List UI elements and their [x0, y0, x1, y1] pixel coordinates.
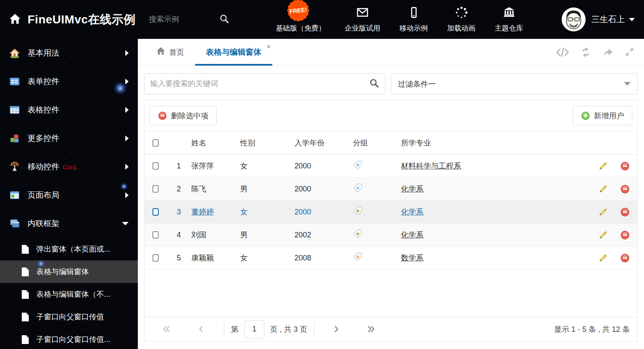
chevron-right-icon — [125, 79, 129, 84]
free-badge: FREE! — [286, 0, 311, 23]
chevron-right-icon — [125, 50, 129, 56]
cell-dept-link[interactable]: 数学系 — [401, 253, 593, 263]
edit-button[interactable] — [598, 207, 608, 217]
prev-page-button[interactable] — [197, 325, 205, 334]
row-checkbox[interactable] — [152, 231, 159, 239]
cell-gender: 女 — [240, 161, 294, 171]
header-search — [149, 14, 229, 25]
delete-button[interactable] — [620, 253, 630, 263]
next-page-button[interactable] — [332, 325, 341, 334]
user-menu[interactable]: 三生石上 — [562, 8, 635, 31]
refresh-icon[interactable] — [580, 47, 591, 58]
share-icon[interactable] — [602, 47, 614, 58]
header-search-input[interactable] — [149, 15, 208, 24]
cell-year: 2002 — [294, 231, 353, 239]
table-row[interactable]: 5 康颖颖 女 2008 数学系 — [145, 247, 637, 270]
app-header: FineUIMvc在线示例 FREE! 基础版（免费） 企业版试用 移动示例 — [0, 0, 644, 39]
sidebar-subitem-child-to-parent[interactable]: 子窗口向父窗口传值 — [0, 306, 138, 328]
envelope-icon — [356, 6, 369, 20]
sidebar-item-page-layout[interactable]: 页面布局 — [0, 181, 138, 209]
file-icon — [21, 245, 30, 254]
house-icon — [9, 48, 20, 59]
table-row[interactable]: 2 陈飞 男 2000 化学系 — [145, 178, 637, 201]
cell-dept-link[interactable]: 化学系 — [401, 207, 593, 217]
sidebar-subitem-grid-edit-window-2[interactable]: 表格与编辑窗体（不... — [0, 283, 138, 306]
nav-theme-repo[interactable]: 主题仓库 — [495, 6, 523, 33]
cell-name: 康颖颖 — [191, 253, 240, 263]
sidebar-item-grid-controls[interactable]: 表格控件 — [0, 96, 138, 124]
home-icon[interactable] — [9, 13, 21, 26]
grid-panel: 删除选中项 新增用户 姓名 性别 入学年份 分组 所学专业 1 张萍萍 女 20… — [144, 100, 638, 341]
table-row[interactable]: 1 张萍萍 女 2000 材料科学与工程系 — [145, 155, 637, 178]
table-header-row: 姓名 性别 入学年份 分组 所学专业 — [145, 131, 637, 155]
layout-icon — [9, 190, 20, 201]
tag-icon — [353, 206, 401, 218]
column-header-major[interactable]: 所学专业 — [401, 138, 593, 148]
cell-gender: 男 — [240, 184, 294, 194]
nav-loading-animation[interactable]: 加载动画 — [447, 6, 476, 33]
keyword-search-box — [144, 73, 385, 94]
cell-name: 张萍萍 — [191, 161, 240, 171]
select-all-checkbox[interactable] — [152, 139, 159, 147]
row-checkbox[interactable] — [152, 208, 159, 216]
cell-dept-link[interactable]: 材料科学与工程系 — [401, 161, 593, 171]
delete-selected-button[interactable]: 删除选中项 — [150, 106, 217, 125]
edit-button[interactable] — [598, 253, 608, 263]
keyword-search-input[interactable] — [150, 79, 369, 88]
edit-button[interactable] — [598, 230, 608, 240]
column-header-name[interactable]: 姓名 — [191, 138, 240, 148]
close-icon[interactable]: × — [266, 43, 271, 50]
row-checkbox[interactable] — [152, 254, 159, 262]
delete-button[interactable] — [620, 161, 630, 171]
sidebar-subitem-popup-window[interactable]: 弹出窗体（本页面或... — [0, 238, 138, 260]
sidebar-subitem-child-to-parent-2[interactable]: 子窗口向父窗口传值... — [0, 328, 138, 349]
column-header-gender[interactable]: 性别 — [240, 138, 294, 148]
delete-button[interactable] — [620, 207, 630, 217]
page-number-input[interactable] — [244, 320, 264, 339]
file-icon — [21, 290, 30, 299]
tab-bar: 首页 表格与编辑窗体 × — [138, 39, 644, 66]
row-checkbox[interactable] — [152, 162, 159, 170]
nav-mobile-demo[interactable]: 移动示例 — [400, 6, 428, 33]
edit-button[interactable] — [598, 161, 608, 171]
sidebar-item-more-controls[interactable]: 更多控件 — [0, 124, 138, 153]
tab-home[interactable]: 首页 — [145, 39, 195, 65]
table-row[interactable]: 4 刘国 男 2002 化学系 — [145, 224, 637, 247]
column-header-group[interactable]: 分组 — [353, 138, 401, 148]
cell-name: 陈飞 — [191, 184, 240, 194]
sidebar-item-form-controls[interactable]: 表单控件 — [0, 67, 138, 96]
first-page-button[interactable] — [162, 325, 171, 334]
nav-label: 主题仓库 — [495, 23, 523, 33]
chevron-right-icon — [125, 135, 129, 141]
sidebar-item-iframe[interactable]: 内联框架 — [0, 209, 138, 238]
add-user-button[interactable]: 新增用户 — [573, 106, 632, 125]
bank-icon — [502, 6, 516, 20]
cell-dept-link[interactable]: 化学系 — [401, 184, 593, 194]
column-header-year[interactable]: 入学年份 — [294, 138, 353, 148]
chevron-right-icon — [125, 192, 129, 198]
sidebar-subitem-grid-edit-window[interactable]: 表格与编辑窗体 — [0, 260, 138, 283]
delete-button[interactable] — [620, 230, 630, 240]
expand-icon[interactable] — [624, 47, 635, 57]
row-checkbox[interactable] — [152, 185, 159, 193]
filter-dropdown[interactable]: 过滤条件一 — [391, 73, 638, 94]
nav-enterprise-trial[interactable]: 企业版试用 — [345, 6, 380, 33]
cell-dept-link[interactable]: 化学系 — [401, 230, 593, 240]
search-icon[interactable] — [219, 14, 229, 25]
code-icon[interactable] — [556, 47, 569, 58]
last-page-button[interactable] — [367, 325, 375, 334]
sidebar-item-mobile-controls[interactable]: 移动控件 Corp. — [0, 153, 138, 181]
edit-button[interactable] — [598, 184, 608, 194]
chevron-right-icon — [125, 107, 129, 113]
user-name: 三生石上 — [591, 14, 625, 25]
delete-button[interactable] — [620, 184, 630, 194]
table-row-selected[interactable]: 3 董婷婷 女 2000 化学系 — [145, 201, 637, 224]
nav-label: 加载动画 — [447, 23, 476, 33]
nav-label: 基础版（免费） — [276, 23, 326, 33]
sidebar-item-basic-usage[interactable]: 基本用法 — [0, 39, 138, 67]
tab-grid-edit-window[interactable]: 表格与编辑窗体 × — [195, 39, 272, 65]
page-suffix-label: 页 , 共 3 页 — [270, 324, 307, 334]
corp-badge: Corp. — [63, 163, 78, 171]
search-icon[interactable] — [369, 78, 379, 90]
tag-icon — [353, 183, 401, 195]
